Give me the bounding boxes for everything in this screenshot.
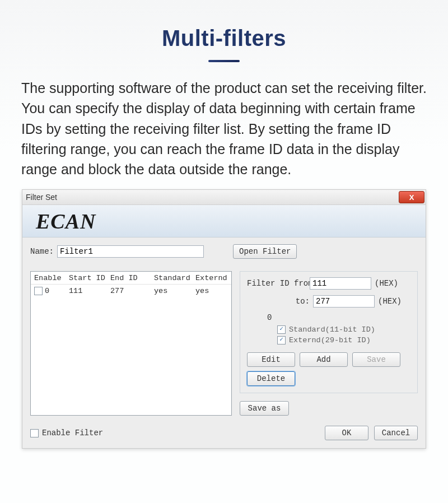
name-label: Name: bbox=[30, 247, 54, 256]
col-start-id: Start ID bbox=[69, 274, 110, 282]
standard-checkbox-label: Standard(11-bit ID) bbox=[289, 325, 375, 334]
edit-button[interactable]: Edit bbox=[247, 352, 295, 367]
col-enable: Enable bbox=[31, 274, 69, 282]
standard-checkbox[interactable] bbox=[277, 325, 286, 334]
delete-button[interactable]: Delete bbox=[247, 371, 295, 386]
dialog-footer: Enable Filter OK Cancel bbox=[30, 426, 418, 440]
filter-from-label: Filter ID from: bbox=[247, 279, 310, 288]
save-as-button[interactable]: Save as bbox=[240, 401, 289, 416]
filter-to-input[interactable] bbox=[313, 295, 375, 308]
col-standard: Standard bbox=[154, 274, 195, 282]
externd-checkbox[interactable] bbox=[277, 336, 286, 344]
dialog-title: Filter Set bbox=[26, 193, 57, 202]
hex-label-from: (HEX) bbox=[375, 279, 398, 288]
save-button[interactable]: Save bbox=[352, 352, 400, 367]
filter-from-input[interactable] bbox=[310, 277, 371, 290]
col-externd: Externd bbox=[195, 274, 229, 282]
name-input[interactable] bbox=[57, 245, 204, 258]
split-area: Enable Start ID End ID Standard Externd … bbox=[30, 271, 418, 416]
enable-filter-row[interactable]: Enable Filter bbox=[30, 429, 103, 437]
hex-label-to: (HEX) bbox=[378, 297, 402, 306]
hero-description: The supporting software of the product c… bbox=[21, 78, 427, 179]
dialog-body: Name: Open Filter Enable Start ID End ID… bbox=[22, 237, 426, 448]
row-end-id: 277 bbox=[110, 287, 154, 295]
table-row[interactable]: 0 111 277 yes yes bbox=[31, 285, 231, 297]
dialog-banner: ECAN bbox=[22, 205, 426, 237]
row-index: 0 bbox=[45, 287, 49, 295]
filter-edit-panel: Filter ID from: (HEX) to: (HEX) 0 bbox=[240, 271, 418, 393]
row-standard: yes bbox=[154, 287, 195, 295]
standard-checkbox-row[interactable]: Standard(11-bit ID) bbox=[277, 325, 410, 334]
open-filter-button[interactable]: Open Filter bbox=[233, 244, 297, 259]
cancel-button[interactable]: Cancel bbox=[374, 426, 418, 440]
close-button[interactable]: X bbox=[399, 191, 424, 203]
filter-to-label: to: bbox=[247, 297, 313, 306]
externd-checkbox-label: Externd(29-bit ID) bbox=[289, 336, 371, 344]
row-start-id: 111 bbox=[69, 287, 110, 295]
col-end-id: End ID bbox=[110, 274, 154, 282]
enable-filter-checkbox[interactable] bbox=[30, 429, 39, 437]
filter-list[interactable]: Enable Start ID End ID Standard Externd … bbox=[30, 271, 232, 416]
add-button[interactable]: Add bbox=[300, 352, 348, 367]
hero-underline bbox=[208, 60, 240, 62]
row-externd: yes bbox=[195, 287, 229, 295]
filter-list-header: Enable Start ID End ID Standard Externd bbox=[31, 272, 231, 285]
hero-title: Multi-filters bbox=[21, 0, 427, 51]
row-enable-checkbox[interactable] bbox=[34, 287, 43, 295]
close-icon: X bbox=[409, 193, 414, 202]
ok-button[interactable]: OK bbox=[325, 426, 368, 440]
enable-filter-label: Enable Filter bbox=[42, 429, 103, 437]
zero-label: 0 bbox=[267, 313, 272, 322]
filter-set-dialog: Filter Set X ECAN Name: Open Filter Enab… bbox=[22, 189, 426, 449]
dialog-titlebar: Filter Set X bbox=[22, 190, 426, 205]
banner-logo-text: ECAN bbox=[36, 209, 96, 234]
name-row: Name: Open Filter bbox=[30, 244, 418, 259]
externd-checkbox-row[interactable]: Externd(29-bit ID) bbox=[277, 336, 410, 344]
